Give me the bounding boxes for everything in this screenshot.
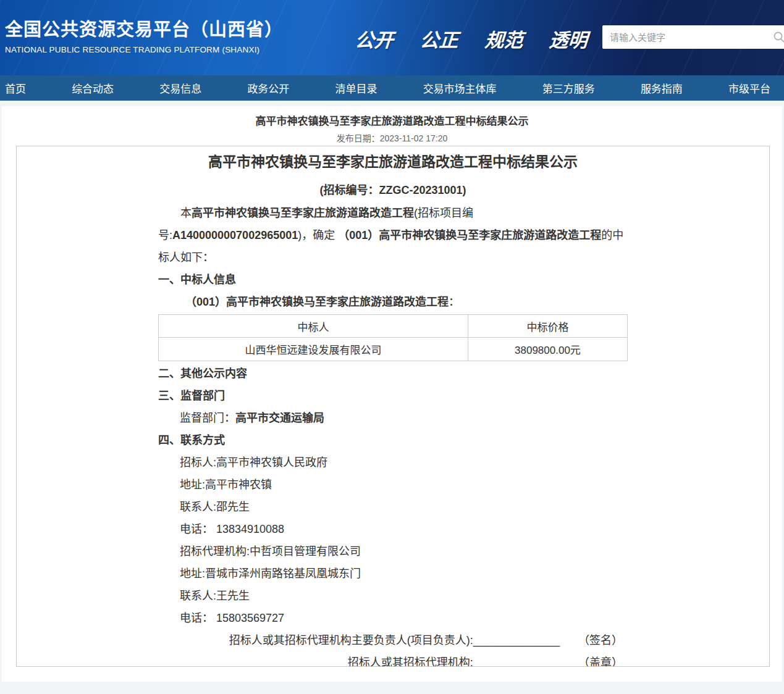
supervision-label: 监督部门： — [180, 412, 235, 424]
signoff-signature-blank: ______________ — [473, 634, 560, 646]
contact-line-agency-phone: 电话： 15803569727 — [158, 607, 628, 629]
contact-line-tenderer-phone: 电话： 13834910088 — [158, 518, 628, 540]
signoff-seal-line: 招标人或其招标代理机构:______________（盖章） — [158, 651, 628, 667]
signoff-seal-suffix: （盖章） — [578, 656, 623, 667]
page-title: 高平市神农镇换马至李家庄旅游道路改造工程中标结果公示 — [2, 115, 782, 128]
signoff-signature-label: 招标人或其招标代理机构主要负责人(项目负责人): — [229, 634, 473, 646]
winner-table-header-row: 中标人 中标价格 — [159, 315, 628, 338]
nav-item-home[interactable]: 首页 — [5, 80, 26, 96]
section2-heading: 二、其他公示内容 — [158, 362, 628, 385]
slogan-word-transparent: 透明 — [549, 25, 589, 52]
section4-heading: 四、联系方式 — [158, 429, 628, 451]
contact-line-agency-person: 联系人:王先生 — [158, 585, 628, 607]
publish-date-label: 发布日期： — [337, 133, 380, 143]
intro-seg1: 本 — [180, 207, 192, 219]
site-logo[interactable]: 全国公共资源交易平台（山西省） NATIONAL PUBLIC RESOURCE… — [5, 15, 283, 54]
main-nav: 首页 综合动态 交易信息 政务公开 清单目录 交易市场主体库 第三方服务 服务指… — [0, 75, 784, 101]
contact-line-tenderer: 招标人:高平市神农镇人民政府 — [158, 451, 628, 474]
signoff-seal-blank: ______________ — [473, 656, 560, 667]
slogan-banner: 公开 公正 规范 透明 — [355, 25, 607, 52]
signoff-signature-line: 招标人或其招标代理机构主要负责人(项目负责人):______________（签… — [158, 629, 628, 651]
announcement-content: 高平市神农镇换马至李家庄旅游道路改造工程中标结果公示 (招标编号：ZZGC-20… — [158, 153, 628, 667]
slogan-word-standard: 规范 — [484, 25, 524, 52]
announcement-box: 高平市神农镇换马至李家庄旅游道路改造工程中标结果公示 (招标编号：ZZGC-20… — [16, 146, 770, 667]
publish-date-line: 发布日期：2023-11-02 17:20 — [2, 133, 782, 144]
intro-paragraph: 本高平市神农镇换马至李家庄旅游道路改造工程(招标项目编号:A1400000007… — [158, 202, 628, 269]
winner-column-header: 中标人 — [159, 315, 468, 338]
search-icon[interactable] — [773, 31, 784, 43]
supervision-line: 监督部门：高平市交通运输局 — [158, 407, 628, 429]
section1-colon: ： — [449, 296, 460, 308]
site-title: 全国公共资源交易平台（山西省） — [5, 15, 283, 41]
intro-project-name: 高平市神农镇换马至李家庄旅游道路改造工程 — [192, 207, 414, 219]
content-panel: 高平市神农镇换马至李家庄旅游道路改造工程中标结果公示 发布日期：2023-11-… — [2, 106, 782, 682]
signoff-signature-suffix: （签名） — [578, 634, 623, 646]
section1-subheading: （001）高平市神农镇换马至李家庄旅游道路改造工程： — [158, 291, 628, 313]
bid-number: (招标编号：ZZGC-20231001) — [158, 183, 628, 197]
contact-line-agency: 招标代理机构:中哲项目管理有限公司 — [158, 540, 628, 562]
nav-item-market-entity-library[interactable]: 交易市场主体库 — [423, 80, 497, 96]
nav-item-service-guide[interactable]: 服务指南 — [641, 80, 683, 96]
intro-project-code: A1400000007002965001 — [172, 229, 298, 241]
winner-table: 中标人 中标价格 山西华恒远建设发展有限公司 3809800.00元 — [158, 314, 628, 361]
section1-heading: 一、中标人信息 — [158, 269, 628, 291]
winner-price-cell: 3809800.00元 — [468, 338, 627, 361]
price-column-header: 中标价格 — [468, 315, 627, 338]
winner-table-row: 山西华恒远建设发展有限公司 3809800.00元 — [159, 338, 628, 361]
nav-item-list-catalog[interactable]: 清单目录 — [335, 80, 377, 96]
publish-date-value: 2023-11-02 17:20 — [380, 133, 448, 143]
signoff-seal-label: 招标人或其招标代理机构: — [348, 656, 473, 667]
footer-strip — [0, 682, 784, 688]
site-header: 全国公共资源交易平台（山西省） NATIONAL PUBLIC RESOURCE… — [0, 0, 784, 75]
search-input[interactable] — [602, 25, 784, 49]
search-box[interactable] — [602, 25, 784, 49]
nav-item-gov-disclosure[interactable]: 政务公开 — [247, 80, 289, 96]
slogan-word-fair: 公正 — [419, 25, 459, 52]
contact-line-tenderer-address: 地址:高平市神农镇 — [158, 474, 628, 496]
winner-name-cell: 山西华恒远建设发展有限公司 — [159, 338, 468, 361]
nav-item-comprehensive-news[interactable]: 综合动态 — [72, 80, 114, 96]
nav-item-city-platform[interactable]: 市级平台 — [728, 80, 770, 96]
slogan-word-open: 公开 — [354, 25, 394, 52]
site-subtitle: NATIONAL PUBLIC RESOURCE TRADING PLATFOR… — [5, 45, 283, 54]
section1-lot-title: （001）高平市神农镇换马至李家庄旅游道路改造工程 — [185, 296, 449, 308]
intro-seg5: )，确定 — [298, 229, 338, 241]
announcement-title: 高平市神农镇换马至李家庄旅游道路改造工程中标结果公示 — [158, 153, 628, 171]
intro-lot-name: （001）高平市神农镇换马至李家庄旅游道路改造工程 — [338, 229, 601, 241]
nav-item-third-party-services[interactable]: 第三方服务 — [542, 80, 595, 96]
nav-item-trade-info[interactable]: 交易信息 — [159, 80, 201, 96]
contact-line-tenderer-person: 联系人:邵先生 — [158, 496, 628, 518]
section3-heading: 三、监督部门 — [158, 385, 628, 407]
supervision-department: 高平市交通运输局 — [235, 412, 324, 424]
contact-line-agency-address: 地址:晋城市泽州南路铭基凤凰城东门 — [158, 562, 628, 585]
